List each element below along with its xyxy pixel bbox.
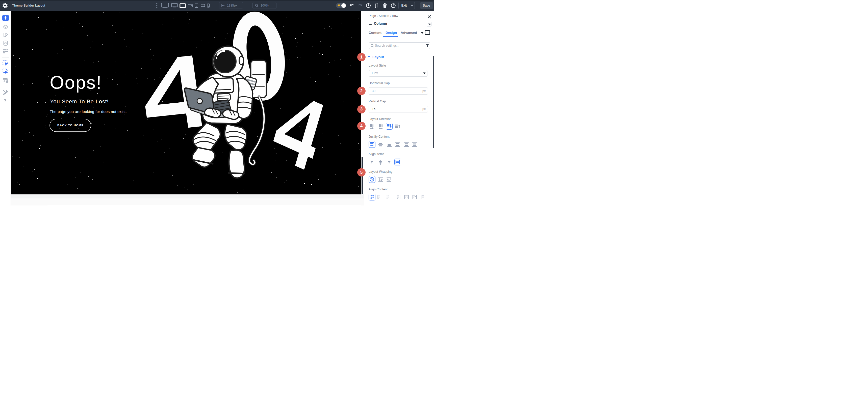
svg-text:BACK TO HOME: BACK TO HOME <box>57 124 84 127</box>
svg-text:You Seem To Be Lost!: You Seem To Be Lost! <box>50 98 109 105</box>
svg-text:The page you are looking for d: The page you are looking for does not ex… <box>50 109 127 114</box>
svg-text:Oops!: Oops! <box>50 72 102 93</box>
